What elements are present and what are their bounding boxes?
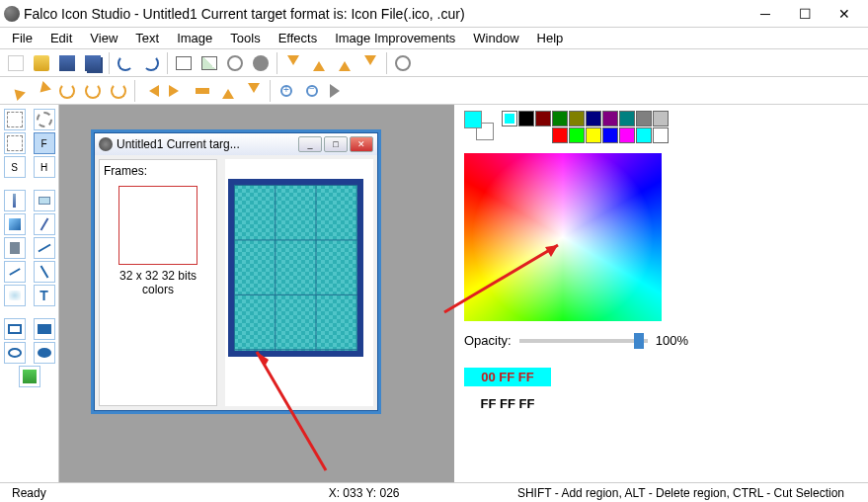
swatch[interactable] <box>653 127 669 143</box>
tool-brush[interactable] <box>4 190 26 211</box>
swatch[interactable] <box>586 111 601 126</box>
swatch[interactable] <box>619 111 635 126</box>
ellipse-sel-button[interactable] <box>223 51 247 75</box>
tool-text[interactable]: T <box>34 285 55 306</box>
shape-gradient[interactable] <box>19 366 40 387</box>
screen-plus-icon <box>201 56 217 70</box>
tool-eraser[interactable] <box>34 190 55 211</box>
arrow-up-icon <box>313 55 325 71</box>
swatch[interactable] <box>518 111 534 126</box>
tool-fill[interactable] <box>4 213 26 235</box>
tool-airbrush[interactable] <box>4 261 26 283</box>
move-down-button[interactable] <box>281 51 305 75</box>
shift-down-button[interactable] <box>242 79 266 103</box>
shift-lr-button[interactable] <box>191 79 214 103</box>
swatch[interactable] <box>586 127 601 143</box>
minimize-button[interactable]: ─ <box>746 0 785 28</box>
shift-right-button[interactable] <box>165 79 189 103</box>
status-bar: Ready X: 033 Y: 026 SHIFT - Add region, … <box>0 482 868 502</box>
close-button[interactable]: ✕ <box>825 0 864 28</box>
rotate-cw-button[interactable] <box>81 79 105 103</box>
tool-picker[interactable] <box>34 261 55 283</box>
fg-hex: 00 FF FF <box>464 368 551 386</box>
save-button[interactable] <box>55 51 79 75</box>
canvas-area[interactable] <box>225 159 373 406</box>
swatch[interactable] <box>602 127 618 143</box>
shape-rect-outline[interactable] <box>4 318 26 340</box>
menu-help[interactable]: Help <box>529 29 572 47</box>
color-picker[interactable] <box>464 153 662 321</box>
menu-file[interactable]: File <box>4 29 40 47</box>
swatch[interactable] <box>602 111 618 126</box>
tool-line[interactable] <box>34 237 55 259</box>
shift-up-button[interactable] <box>216 79 240 103</box>
rotate-ccw-button[interactable] <box>55 79 79 103</box>
menu-window[interactable]: Window <box>465 29 526 47</box>
play-button[interactable] <box>326 79 350 103</box>
zoom-in-button[interactable] <box>275 79 298 103</box>
new-button[interactable] <box>4 51 28 75</box>
screenshot-button[interactable] <box>172 51 196 75</box>
move-down2-button[interactable] <box>358 51 382 75</box>
swatch[interactable] <box>535 111 551 126</box>
opacity-slider[interactable] <box>519 339 648 343</box>
canvas-grid[interactable] <box>228 179 363 357</box>
swatch[interactable] <box>552 127 568 143</box>
move-up2-button[interactable] <box>333 51 356 75</box>
swatch[interactable] <box>619 127 635 143</box>
tool-lasso[interactable] <box>4 132 26 154</box>
menu-image-improvements[interactable]: Image Improvements <box>327 29 463 47</box>
tool-h[interactable]: H <box>34 156 55 178</box>
maximize-button[interactable]: ☐ <box>785 0 825 28</box>
doc-maximize[interactable]: □ <box>324 136 348 152</box>
tool-ellipse-select[interactable] <box>34 109 55 130</box>
menu-edit[interactable]: Edit <box>42 29 80 47</box>
menu-effects[interactable]: Effects <box>271 29 326 47</box>
frame-thumbnail[interactable] <box>118 186 197 265</box>
doc-minimize[interactable]: _ <box>298 136 322 152</box>
swatch[interactable] <box>569 127 585 143</box>
app-icon <box>4 6 20 22</box>
shape-rect-fill[interactable] <box>34 318 55 340</box>
swatch[interactable] <box>502 111 517 126</box>
tool-magic-wand[interactable]: F <box>34 132 55 154</box>
ellipse-fill-button[interactable] <box>249 51 273 75</box>
redo-button[interactable] <box>139 51 163 75</box>
move-up-button[interactable] <box>307 51 331 75</box>
tool-s[interactable]: S <box>4 156 26 178</box>
menu-view[interactable]: View <box>82 29 125 47</box>
menu-text[interactable]: Text <box>127 29 167 47</box>
tool-stamp[interactable] <box>4 237 26 259</box>
swatch[interactable] <box>636 111 652 126</box>
fg-bg-swatch[interactable] <box>464 111 494 140</box>
shape-ellipse-outline[interactable] <box>4 342 26 364</box>
rotate-arb-button[interactable] <box>107 79 130 103</box>
zoom-out-button[interactable] <box>300 79 324 103</box>
menu-image[interactable]: Image <box>169 29 220 47</box>
record-icon <box>395 55 411 71</box>
rotate-icon <box>59 83 75 99</box>
slider-thumb[interactable] <box>634 333 644 349</box>
undo-button[interactable] <box>114 51 137 75</box>
shift-left-button[interactable] <box>139 79 163 103</box>
record-button[interactable] <box>391 51 415 75</box>
tool-smudge[interactable] <box>4 285 26 306</box>
save-all-button[interactable] <box>81 51 105 75</box>
menu-tools[interactable]: Tools <box>222 29 268 47</box>
fg-color[interactable] <box>464 111 482 128</box>
flip-v-button[interactable] <box>30 79 53 103</box>
shape-ellipse-fill[interactable] <box>34 342 55 364</box>
screenshot-plus-button[interactable] <box>197 51 221 75</box>
swatch[interactable] <box>636 127 652 143</box>
swatch[interactable] <box>552 111 568 126</box>
swatch[interactable] <box>653 111 669 126</box>
flip-h-button[interactable] <box>4 79 28 103</box>
doc-titlebar[interactable]: Untitled1 Current targ... _ □ ✕ <box>95 133 377 155</box>
doc-close[interactable]: ✕ <box>350 136 373 152</box>
status-coords: X: 033 Y: 026 <box>321 486 408 500</box>
tool-rect-select[interactable] <box>4 109 26 130</box>
tool-pencil[interactable] <box>34 213 55 235</box>
document-window[interactable]: Untitled1 Current targ... _ □ ✕ Frames: … <box>94 132 378 411</box>
open-button[interactable] <box>30 51 53 75</box>
swatch[interactable] <box>569 111 585 126</box>
